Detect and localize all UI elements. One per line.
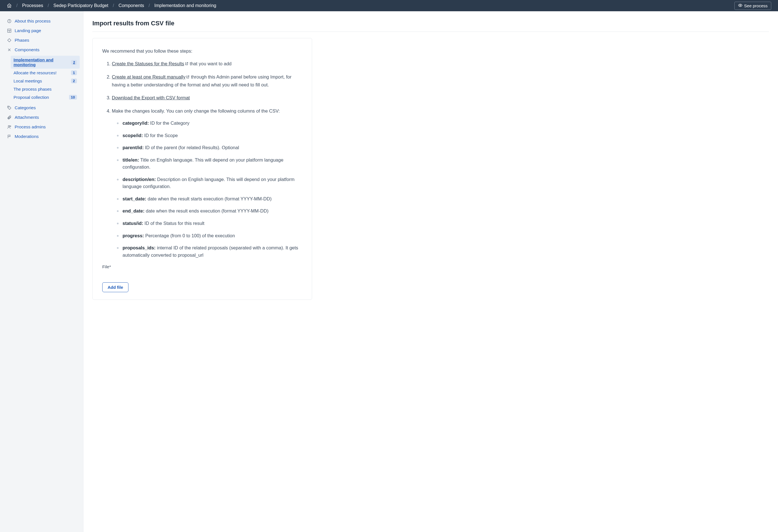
sub-item-meetings[interactable]: Local meetings 2: [11, 77, 80, 85]
count-badge: 10: [69, 95, 77, 100]
grid-icon: [7, 28, 12, 33]
sub-item-implementation[interactable]: Implementation and monitoring 2: [11, 56, 80, 69]
svg-point-1: [740, 5, 741, 6]
steps-list: Create the Statuses for the Results that…: [102, 60, 302, 259]
sidebar-item-label: Components: [15, 47, 40, 52]
field-description: description/en: Description on English l…: [116, 176, 302, 190]
svg-point-4: [9, 20, 9, 20]
sidebar-item-label: Process admins: [15, 124, 46, 129]
import-panel: We recommend that you follow these steps…: [92, 38, 312, 300]
sidebar-item-label: Attachments: [15, 115, 39, 120]
sidebar-item-phases[interactable]: Phases: [6, 35, 80, 45]
sidebar-item-components[interactable]: Components: [6, 45, 80, 55]
info-icon: [7, 19, 12, 23]
svg-point-8: [8, 107, 9, 107]
field-scope: scope/id: ID for the Scope: [116, 132, 302, 139]
step-1-tail: that you want to add: [188, 61, 232, 66]
field-progress: progress: Percentage (from 0 to 100) of …: [116, 232, 302, 240]
sidebar-item-landing[interactable]: Landing page: [6, 26, 80, 35]
field-parent: parent/id: ID of the parent (for related…: [116, 144, 302, 152]
field-title: title/en: Title on English language. Thi…: [116, 157, 302, 171]
field-start-date: start_date: date when the result starts …: [116, 195, 302, 203]
sub-item-allocate[interactable]: Allocate the resources! 1: [11, 69, 80, 77]
field-proposals-ids: proposals_ids: internal ID of the relate…: [116, 244, 302, 259]
topbar: / Processes / Sedep Participatory Budget…: [0, 0, 778, 11]
svg-point-10: [10, 126, 11, 127]
sidebar: About this process Landing page Phases C…: [0, 11, 83, 532]
sidebar-item-attachments[interactable]: Attachments: [6, 113, 80, 122]
step-3: Download the Export with CSV format: [112, 94, 302, 101]
count-badge: 1: [71, 70, 77, 75]
user-icon: [7, 125, 12, 129]
count-badge: 2: [71, 60, 77, 65]
add-file-button[interactable]: Add file: [102, 282, 129, 292]
diamond-icon: [7, 38, 12, 42]
flag-icon: [7, 134, 12, 139]
sidebar-item-label: About this process: [15, 19, 51, 24]
see-process-button[interactable]: See process: [734, 2, 771, 10]
breadcrumb-sep: /: [149, 3, 150, 8]
svg-point-9: [8, 125, 10, 127]
step-1-link[interactable]: Create the Statuses for the Results: [112, 61, 184, 66]
tools-icon: [7, 48, 12, 52]
sidebar-item-moderations[interactable]: Moderations: [6, 132, 80, 141]
sub-item-label: Proposal collection: [13, 95, 49, 100]
breadcrumb-components[interactable]: Components: [119, 3, 144, 8]
file-label: File*: [102, 264, 302, 269]
sidebar-item-categories[interactable]: Categories: [6, 103, 80, 113]
main-content: Import results from CSV file We recommen…: [83, 11, 778, 532]
sidebar-item-process-admins[interactable]: Process admins: [6, 122, 80, 132]
sidebar-item-label: Categories: [15, 105, 36, 110]
fields-list: category/id: ID for the Category scope/i…: [112, 120, 302, 259]
sub-item-proposal-collection[interactable]: Proposal collection 10: [11, 93, 80, 101]
intro-text: We recommend that you follow these steps…: [102, 49, 302, 54]
field-status: status/id: ID of the Status for this res…: [116, 220, 302, 227]
breadcrumb-processes[interactable]: Processes: [22, 3, 43, 8]
step-2: Create at least one Result manually thro…: [112, 73, 302, 88]
breadcrumb: / Processes / Sedep Participatory Budget…: [7, 3, 216, 8]
home-icon[interactable]: [7, 3, 12, 8]
sub-item-label: The process phases: [13, 87, 52, 91]
breadcrumb-process-name[interactable]: Sedep Participatory Budget: [54, 3, 108, 8]
step-1: Create the Statuses for the Results that…: [112, 60, 302, 68]
step-4: Make the changes locally. You can only c…: [112, 107, 302, 259]
clip-icon: [7, 115, 12, 120]
sub-item-process-phases[interactable]: The process phases: [11, 85, 80, 93]
step-2-link[interactable]: Create at least one Result manually: [112, 74, 185, 79]
step-3-link[interactable]: Download the Export with CSV format: [112, 95, 190, 100]
breadcrumb-current[interactable]: Implementation and monitoring: [154, 3, 216, 8]
external-link-icon: [186, 74, 189, 81]
sidebar-item-label: Landing page: [15, 28, 41, 33]
eye-icon: [738, 3, 743, 8]
count-badge: 2: [71, 79, 77, 83]
sub-item-label: Allocate the resources!: [13, 70, 57, 75]
svg-point-0: [9, 6, 10, 6]
step-4-text: Make the changes locally. You can only c…: [112, 108, 280, 113]
external-link-icon: [185, 60, 188, 68]
breadcrumb-sep: /: [16, 3, 17, 8]
sidebar-item-label: Phases: [15, 38, 29, 43]
tag-icon: [7, 105, 12, 110]
breadcrumb-sep: /: [48, 3, 49, 8]
page-title: Import results from CSV file: [92, 20, 769, 32]
see-process-label: See process: [744, 3, 768, 8]
field-end-date: end_date: date when the result ends exec…: [116, 207, 302, 215]
sub-item-label: Implementation and monitoring: [13, 58, 71, 67]
field-category: category/id: ID for the Category: [116, 120, 302, 127]
sidebar-item-about[interactable]: About this process: [6, 16, 80, 26]
components-sub-list: Implementation and monitoring 2 Allocate…: [11, 56, 80, 101]
sub-item-label: Local meetings: [13, 79, 42, 83]
breadcrumb-sep: /: [113, 3, 114, 8]
sidebar-item-label: Moderations: [15, 134, 38, 139]
